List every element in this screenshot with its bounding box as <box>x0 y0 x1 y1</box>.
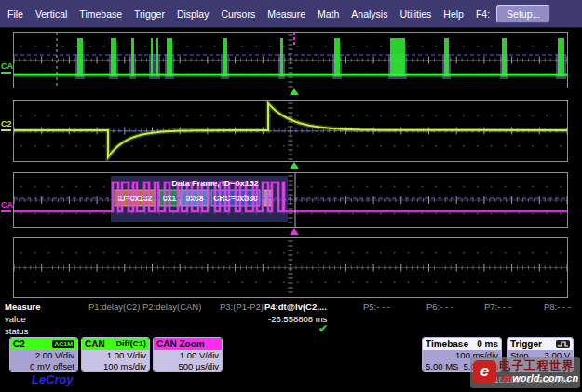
descriptor-bar: C2 AC1M 2.00 V/div 0 mV offset CAN Diff(… <box>0 335 582 392</box>
c2-vdiv: 2.00 V/div <box>13 350 74 361</box>
c2-title: C2 <box>13 338 25 350</box>
menu-item-math[interactable]: Math <box>318 8 339 20</box>
param-p2[interactable]: P2:delay(CAN) <box>142 302 201 312</box>
can-diff-waveform <box>14 33 567 88</box>
param-p6[interactable]: P6:- - - <box>426 302 453 312</box>
channel-descriptor-c2[interactable]: C2 AC1M 2.00 V/div 0 mV offset <box>9 337 78 372</box>
timebase-delay: 0 ms <box>477 338 498 350</box>
channel-descriptor-can-zoom[interactable]: CAN Zoom 1.00 V/div 500 µs/div <box>153 337 223 372</box>
can-title: CAN <box>85 338 105 350</box>
p4-status-ok-icon: ✔ <box>318 322 328 335</box>
param-p1[interactable]: P1:delay(C2) <box>88 302 140 312</box>
can-zoom-vdiv: 1.00 V/div <box>156 350 219 361</box>
grid-can-zoom: ID=0x1320x10x68CRC=0xb30Data Frame, ID=0… <box>13 172 568 228</box>
trigger-type-icon <box>556 340 570 348</box>
param-p4[interactable]: P4:dt@lv(C2,... <box>264 302 327 312</box>
trigger-position-marker-1[interactable] <box>290 88 299 95</box>
measure-section-label: Measure <box>5 302 41 312</box>
grid-c2 <box>13 100 568 162</box>
menu-item-trigger[interactable]: Trigger <box>134 8 165 20</box>
svg-text:0x68: 0x68 <box>186 194 204 203</box>
can-zoom-tdiv: 500 µs/div <box>156 361 219 372</box>
can-source: Diff(C1) <box>116 338 147 350</box>
can-zoom-waveform: ID=0x1320x10x68CRC=0xb30Data Frame, ID=0… <box>14 173 567 227</box>
measure-value-row-label: value <box>5 314 26 324</box>
measure-table: Measure value status P1:delay(C2) P2:del… <box>0 300 582 335</box>
menu-item-measure[interactable]: Measure <box>267 8 305 20</box>
trace-label-c2: C2 <box>1 119 12 128</box>
grid-can-diff <box>13 32 568 88</box>
menu-item-vertical[interactable]: Vertical <box>35 8 67 20</box>
eeworld-url: eeworld.com.cn <box>501 372 578 384</box>
trace-label-can: CA <box>1 61 13 71</box>
c2-offset: 0 mV offset <box>13 361 74 372</box>
can-zoom-title: CAN Zoom <box>156 338 205 350</box>
channel-descriptor-can[interactable]: CAN Diff(C1) 1.00 V/div 100 ms/div <box>81 337 150 372</box>
lecroy-logo: LeCroy <box>32 372 74 386</box>
menu-item-file[interactable]: File <box>7 8 23 20</box>
timebase-samples: 5.00 MS <box>426 361 458 372</box>
trace-label-can-zoom: CA <box>1 200 13 210</box>
menu-item-display[interactable]: Display <box>177 8 209 20</box>
param-p3[interactable]: P3:(P1-P2) <box>220 302 264 312</box>
trace-baseline-indicator-can <box>1 72 11 74</box>
trigger-title: Trigger <box>510 338 542 350</box>
trace-baseline-indicator-c2 <box>1 129 11 131</box>
c2-coupling-badge: AC1M <box>52 340 74 348</box>
trace-baseline-indicator-can-zoom <box>1 210 11 212</box>
svg-text:Data Frame, ID=0x132: Data Frame, ID=0x132 <box>171 179 258 188</box>
menu-bar: File Vertical Timebase Trigger Display C… <box>0 0 582 28</box>
c2-waveform <box>14 101 567 161</box>
menu-item-timebase[interactable]: Timebase <box>79 8 122 20</box>
menu-item-cursors[interactable]: Cursors <box>221 8 255 20</box>
can-tdiv: 100 ms/div <box>85 361 146 372</box>
menu-item-utilities[interactable]: Utilities <box>399 8 431 20</box>
param-p7[interactable]: P7:- - - <box>484 302 511 312</box>
grid-empty <box>13 237 568 298</box>
param-p5[interactable]: P5:- - - <box>363 302 390 312</box>
can-vdiv: 1.00 V/div <box>85 350 146 361</box>
trigger-position-marker-2[interactable] <box>290 162 299 169</box>
menu-item-help[interactable]: Help <box>443 8 464 20</box>
param-p8[interactable]: P8:- - - <box>544 302 571 312</box>
setup-button[interactable]: Setup... <box>496 5 550 23</box>
f4-shortcut-label: F4: <box>476 8 490 20</box>
empty-grid <box>14 238 567 297</box>
oscilloscope-screen: File Vertical Timebase Trigger Display C… <box>0 0 582 392</box>
timebase-title: Timebase <box>426 338 468 350</box>
eeworld-logo-icon: e <box>473 360 496 384</box>
eeworld-watermark: e 电子工程世界 eeworld.com.cn <box>470 357 580 388</box>
menu-item-analysis[interactable]: Analysis <box>351 8 387 20</box>
zoom-position-marker[interactable] <box>290 228 299 235</box>
waveform-display-area: ID=0x1320x10x68CRC=0xb30Data Frame, ID=0… <box>0 28 582 300</box>
